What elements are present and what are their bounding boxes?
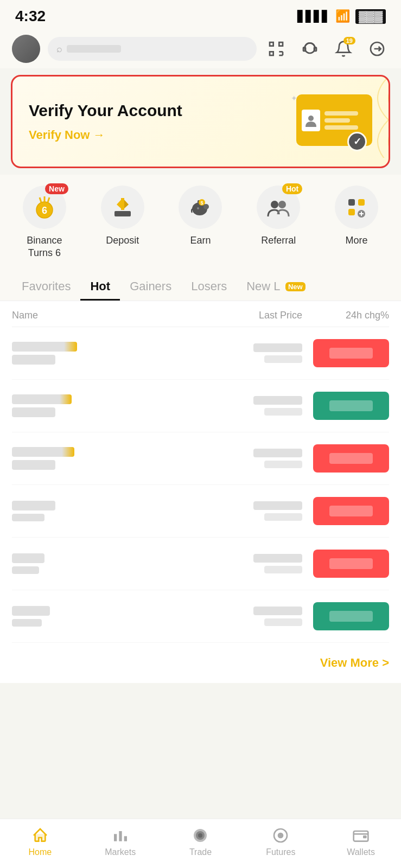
svg-rect-44 <box>363 835 367 838</box>
headset-icon <box>301 40 319 58</box>
nav-futures-label: Futures <box>266 847 295 857</box>
battery-icon: ▓▓▓ <box>355 9 386 24</box>
row-price <box>205 343 302 363</box>
support-button[interactable] <box>298 37 322 61</box>
row-name <box>12 606 205 627</box>
row-price <box>205 607 302 626</box>
svg-point-23 <box>197 207 199 209</box>
market-tabs: Favorites Hot Gainers Losers New L New <box>0 265 401 301</box>
view-more-row: View More > <box>0 643 401 683</box>
row-name <box>12 501 205 521</box>
table-row[interactable] <box>12 327 389 380</box>
trade-button[interactable] <box>365 37 389 61</box>
nav-markets-label: Markets <box>105 847 136 857</box>
action-icon-earn: $ <box>179 186 222 229</box>
svg-rect-30 <box>358 199 365 206</box>
row-price <box>205 554 302 573</box>
action-label-earn: Earn <box>190 234 211 247</box>
row-change <box>302 392 389 420</box>
verify-banner[interactable]: Verify Your Account Verify Now → ✦ ✧ ✓ <box>11 75 390 168</box>
action-referral[interactable]: Hot Referral <box>246 186 311 260</box>
header-name: Name <box>12 310 205 321</box>
svg-rect-2 <box>270 52 273 55</box>
action-icon-more <box>335 186 378 229</box>
svg-point-40 <box>198 833 202 838</box>
referral-icon <box>266 195 291 220</box>
home-icon <box>31 827 49 844</box>
tab-hot[interactable]: Hot <box>80 274 120 301</box>
avatar[interactable] <box>12 35 40 63</box>
top-nav: ⌕ 19 <box>0 29 401 68</box>
status-time: 4:32 <box>15 8 46 25</box>
row-name <box>12 394 205 417</box>
status-bar: 4:32 ▋▋▋▋ 📶 ▓▓▓ <box>0 0 401 29</box>
table-row[interactable] <box>12 590 389 643</box>
svg-point-42 <box>278 833 284 839</box>
header-price: Last Price <box>205 310 302 321</box>
table-row[interactable] <box>12 432 389 485</box>
action-label-deposit: Deposit <box>106 234 139 247</box>
svg-line-14 <box>48 197 49 202</box>
tab-new-listings[interactable]: New L New <box>237 274 315 301</box>
earn-icon: $ <box>188 195 213 220</box>
row-change <box>302 339 389 367</box>
id-card-lines <box>324 111 367 130</box>
action-deposit[interactable]: Deposit <box>90 186 155 260</box>
svg-rect-1 <box>279 42 283 46</box>
svg-point-28 <box>278 201 286 208</box>
svg-rect-37 <box>124 836 126 841</box>
nav-home[interactable]: Home <box>8 827 73 857</box>
row-price <box>205 501 302 521</box>
row-name <box>12 553 205 574</box>
action-more[interactable]: More <box>324 186 389 260</box>
table-row[interactable] <box>12 380 389 432</box>
wifi-icon: 📶 <box>335 9 350 23</box>
row-price <box>205 449 302 468</box>
action-label-more: More <box>346 234 368 247</box>
notification-badge: 19 <box>343 37 355 44</box>
svg-rect-35 <box>114 834 117 841</box>
exchange-icon <box>368 40 386 58</box>
row-change <box>302 602 389 630</box>
check-badge: ✓ <box>347 132 367 151</box>
verify-now-link[interactable]: Verify Now → <box>29 128 285 142</box>
svg-rect-29 <box>348 199 355 206</box>
table-row[interactable] <box>12 538 389 590</box>
tab-losers[interactable]: Losers <box>181 274 237 301</box>
nav-markets[interactable]: Markets <box>88 827 153 857</box>
svg-rect-19 <box>121 198 124 210</box>
market-table: Name Last Price 24h chg% <box>0 301 401 643</box>
action-earn[interactable]: $ Earn <box>168 186 233 260</box>
search-placeholder <box>67 45 121 53</box>
view-more-button[interactable]: View More > <box>320 656 389 669</box>
tab-gainers[interactable]: Gainers <box>120 274 181 301</box>
markets-icon <box>112 827 129 844</box>
new-listings-badge: New <box>285 282 305 291</box>
row-change <box>302 497 389 525</box>
row-name <box>12 342 205 365</box>
svg-text:$: $ <box>201 200 203 206</box>
search-bar[interactable]: ⌕ <box>48 37 257 61</box>
nav-wallets-label: Wallets <box>347 847 375 857</box>
action-icon-binance: New 6 <box>23 186 66 229</box>
svg-rect-36 <box>119 831 122 841</box>
row-change <box>302 444 389 473</box>
nav-trade[interactable]: Trade <box>168 827 233 857</box>
action-icon-deposit <box>101 186 144 229</box>
binance-turns-icon: 6 <box>32 195 57 220</box>
action-binance-turns[interactable]: New 6 BinanceTurns 6 <box>12 186 77 260</box>
svg-point-21 <box>203 204 209 209</box>
tab-favorites[interactable]: Favorites <box>12 274 80 301</box>
more-icon <box>344 195 369 220</box>
nav-futures[interactable]: Futures <box>248 827 313 857</box>
notification-button[interactable]: 19 <box>332 37 355 61</box>
deposit-icon <box>110 195 135 220</box>
table-row[interactable] <box>12 485 389 538</box>
verify-text: Verify Your Account Verify Now → <box>29 101 285 142</box>
svg-point-10 <box>308 116 314 121</box>
nav-wallets[interactable]: Wallets <box>328 827 393 857</box>
scan-button[interactable] <box>264 37 288 61</box>
nav-trade-label: Trade <box>189 847 212 857</box>
bottom-nav: Home Markets Trade Futures Wallets <box>0 819 401 868</box>
svg-line-13 <box>40 197 41 202</box>
